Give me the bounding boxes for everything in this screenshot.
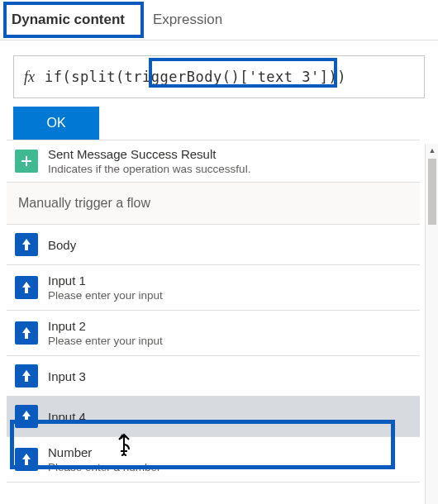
- item-input-2[interactable]: Input 2 Please enter your input: [7, 311, 420, 356]
- dynamic-content-list: Sent Message Success Result Indicates if…: [7, 140, 420, 504]
- formula-input[interactable]: fx if(split(triggerBody()['text_3'])): [13, 55, 425, 98]
- ok-button[interactable]: OK: [13, 107, 99, 140]
- item-title: Input 3: [48, 369, 86, 383]
- item-sent-message-result[interactable]: Sent Message Success Result Indicates if…: [7, 140, 420, 183]
- trigger-icon: [15, 448, 38, 471]
- scroll-up-icon[interactable]: ▲: [426, 144, 438, 157]
- trigger-icon: [15, 321, 38, 345]
- item-title: Input 4: [48, 410, 86, 424]
- item-input-3[interactable]: Input 3: [7, 356, 420, 397]
- item-sub: Please enter your input: [48, 335, 163, 347]
- scroll-thumb[interactable]: [428, 159, 436, 225]
- slack-icon: [15, 150, 38, 173]
- svg-rect-1: [26, 156, 27, 166]
- item-input-4[interactable]: Input 4: [7, 397, 420, 437]
- group-header: Manually trigger a flow: [7, 183, 420, 225]
- expression-panel: Dynamic content Expression fx if(split(t…: [0, 0, 438, 504]
- tab-dynamic-content[interactable]: Dynamic content: [0, 0, 141, 40]
- item-title: Input 2: [48, 319, 163, 333]
- scrollbar[interactable]: ▲: [425, 144, 438, 504]
- item-title: Input 1: [48, 273, 163, 288]
- item-title: Body: [48, 238, 76, 252]
- trigger-icon: [15, 276, 38, 299]
- content-area: fx if(split(triggerBody()['text_3'])) OK: [0, 40, 438, 140]
- fx-icon: fx: [14, 69, 45, 86]
- item-title: Sent Message Success Result: [48, 147, 250, 161]
- tab-expression[interactable]: Expression: [141, 0, 239, 40]
- item-input-1[interactable]: Input 1 Please enter your input: [7, 265, 420, 311]
- item-sub: Indicates if the operation was successfu…: [48, 163, 250, 175]
- item-title: Number: [48, 445, 161, 459]
- trigger-icon: [15, 405, 38, 428]
- item-sub: Please enter your input: [48, 289, 163, 302]
- trigger-icon: [15, 364, 38, 388]
- item-sub: Please enter a number: [48, 461, 161, 473]
- formula-text: if(split(triggerBody()['text_3'])): [45, 69, 346, 85]
- item-body[interactable]: Body: [7, 225, 420, 265]
- trigger-icon: [15, 233, 38, 256]
- tabs: Dynamic content Expression: [0, 0, 438, 40]
- item-number[interactable]: Number Please enter a number: [7, 437, 420, 483]
